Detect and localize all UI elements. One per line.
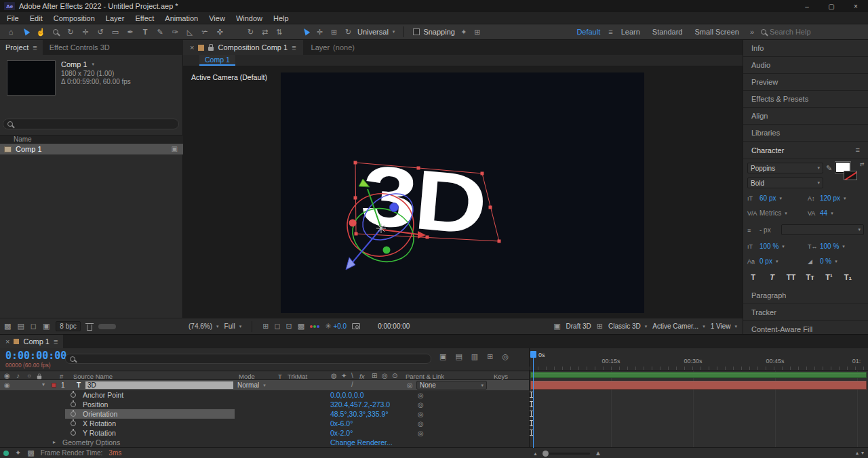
faux-bold-button[interactable]: T xyxy=(747,272,759,282)
panel-libraries[interactable]: Libraries xyxy=(743,125,868,142)
panel-align[interactable]: Align xyxy=(743,108,868,125)
frame-blending-icon[interactable]: ⊞ xyxy=(487,353,493,360)
view-layout-dropdown[interactable]: 1 View ▾ xyxy=(711,322,737,330)
preview-timecode[interactable]: 0:00:00:00 xyxy=(378,322,410,330)
property-value[interactable]: 320.4,457.2,-273.0 xyxy=(330,400,390,409)
subtab-comp1[interactable]: Comp 1 xyxy=(199,55,235,66)
stopwatch-icon[interactable] xyxy=(71,402,76,407)
swap-fill-stroke-icon[interactable]: ⇄ xyxy=(860,162,865,167)
tab-composition[interactable]: × Composition Comp 1 ≡ xyxy=(183,40,303,55)
kerning-control[interactable]: V/A Metrics ▾ xyxy=(747,209,787,217)
property-value[interactable]: 48.5°,30.3°,335.9° xyxy=(330,410,389,418)
baseline-shift-control[interactable]: Aa 0 px ▾ xyxy=(747,257,778,265)
snapshot-icon[interactable] xyxy=(352,323,360,329)
color-depth-button[interactable]: 8 bpc xyxy=(56,321,80,331)
scroll-up-icon[interactable]: ▴ xyxy=(856,451,859,456)
font-style-dropdown[interactable]: Bold ▾ xyxy=(747,178,823,188)
close-icon[interactable]: × xyxy=(190,44,194,51)
workspace-standard[interactable]: Standard xyxy=(648,28,687,36)
font-family-dropdown[interactable]: Poppins ▾ xyxy=(747,163,823,173)
stroke-style-dropdown[interactable]: ▾ xyxy=(781,224,864,235)
timeline-search-field[interactable] xyxy=(65,354,431,364)
frame-blend-column-icon[interactable]: ⊞ xyxy=(372,373,377,379)
panel-tracker[interactable]: Tracker xyxy=(743,304,868,321)
zoom-out-mountain-icon[interactable]: ▲ xyxy=(533,451,538,456)
comp-mini-flowchart-icon[interactable]: ▣ xyxy=(439,353,446,360)
selection-tool-icon[interactable] xyxy=(20,28,31,36)
transparency-grid-icon[interactable]: ▩ xyxy=(298,322,304,330)
project-search-field[interactable] xyxy=(3,119,179,129)
pan-behind-tool-icon[interactable]: ✛ xyxy=(80,28,91,36)
timeline-zoom-slider[interactable] xyxy=(542,453,590,455)
gizmo-move-icon[interactable]: ✛ xyxy=(315,28,325,36)
orbit-camera-tool-icon[interactable]: ↻ xyxy=(245,28,256,36)
ground-plane-icon[interactable]: ⊞ xyxy=(597,322,603,330)
orbit-tool-icon[interactable]: ↻ xyxy=(65,28,76,36)
timeline-tab-comp1[interactable]: × Comp 1 ≡ xyxy=(0,335,63,348)
grid-guides-icon[interactable]: ⊞ xyxy=(262,322,269,330)
workspace-menu-icon[interactable]: ≡ xyxy=(608,28,612,36)
composition-canvas[interactable]: 3D xyxy=(281,72,644,313)
snap-option-icon[interactable]: ✦ xyxy=(459,28,469,36)
panel-info[interactable]: Info xyxy=(743,40,868,57)
collapse-column-icon[interactable]: ✦ xyxy=(341,373,347,379)
panel-menu-icon[interactable]: ≡ xyxy=(33,44,37,51)
tab-project[interactable]: Project ≡ xyxy=(0,40,43,55)
item-view-icon[interactable]: ▩ xyxy=(4,322,11,330)
menu-edit[interactable]: Edit xyxy=(24,14,48,22)
t-column[interactable]: T xyxy=(278,373,282,380)
project-list-header[interactable]: Name xyxy=(0,135,183,144)
workspace-overflow-icon[interactable]: » xyxy=(747,28,757,36)
solo-icon[interactable]: ○ xyxy=(27,373,31,379)
panel-effects-presets[interactable]: Effects & Presets xyxy=(743,91,868,108)
subscript-button[interactable]: T₁ xyxy=(842,272,854,282)
twirl-closed-icon[interactable]: ▸ xyxy=(53,440,56,445)
camera-view-dropdown[interactable]: Active Camer... ▾ xyxy=(652,322,705,330)
minimize-button[interactable]: – xyxy=(795,0,819,12)
menu-window[interactable]: Window xyxy=(231,14,268,22)
gizmo-select-icon[interactable] xyxy=(300,28,311,36)
workspace-small-screen[interactable]: Small Screen xyxy=(690,28,743,36)
workspace-learn[interactable]: Learn xyxy=(617,28,644,36)
stopwatch-icon[interactable] xyxy=(71,430,76,436)
roto-brush-tool-icon[interactable]: ✃ xyxy=(199,28,210,36)
snapping-checkbox[interactable] xyxy=(413,28,420,35)
layer-name-editbox[interactable]: 3D xyxy=(85,381,233,389)
property-pickwhip-icon[interactable]: ◎ xyxy=(418,420,424,428)
name-column-header[interactable]: Name xyxy=(14,136,32,143)
parent-pickwhip-icon[interactable]: ◎ xyxy=(407,382,413,389)
all-caps-button[interactable]: TT xyxy=(785,272,797,282)
panel-paragraph[interactable]: Paragraph xyxy=(743,287,868,304)
faux-italic-button[interactable]: T xyxy=(766,272,778,282)
cache-status-icon[interactable]: ▩ xyxy=(27,449,34,457)
horizontal-scale-control[interactable]: T↔ 100 % ▾ xyxy=(808,243,845,250)
property-row-anchor-point[interactable]: Anchor Point 0.0,0.0,0.0 ◎ xyxy=(0,390,529,400)
current-time-display[interactable]: 0:00:00:00 xyxy=(5,350,66,362)
shy-column-icon[interactable]: ◍ xyxy=(331,373,337,379)
playhead-line[interactable] xyxy=(533,355,534,448)
menu-help[interactable]: Help xyxy=(268,14,294,22)
eyedropper-icon[interactable]: ✎ xyxy=(826,165,832,172)
home-icon[interactable]: ⌂ xyxy=(5,28,16,36)
property-pickwhip-icon[interactable]: ◎ xyxy=(418,430,424,437)
property-row-position[interactable]: Position 320.4,457.2,-273.0 ◎ xyxy=(0,400,529,409)
work-area-bar[interactable] xyxy=(530,372,867,378)
layer-row[interactable]: ◉ ▾ 1 T 3D Normal ▾ / ◎ None ▾ xyxy=(0,380,529,390)
lock-icon[interactable] xyxy=(37,376,41,379)
fast-previews-button[interactable]: Draft 3D xyxy=(566,322,591,330)
layer-quality-icon[interactable]: / xyxy=(351,381,353,388)
workspace-default[interactable]: Default xyxy=(572,28,604,36)
stopwatch-icon[interactable] xyxy=(71,421,76,426)
region-of-interest-icon[interactable]: ⊡ xyxy=(286,322,292,330)
group-row-geometry-options[interactable]: ▸ Geometry Options Change Renderer... xyxy=(0,438,529,447)
small-caps-button[interactable]: Tᴛ xyxy=(804,272,816,282)
parent-dropdown[interactable]: None ▾ xyxy=(416,381,487,390)
tab-layer[interactable]: Layer (none) xyxy=(303,43,363,51)
playhead-handle[interactable] xyxy=(530,351,536,358)
brush-tool-icon[interactable]: ✎ xyxy=(155,28,165,36)
magnification-dropdown[interactable]: (74.6%) ▾ xyxy=(189,322,219,330)
gizmo-rotate-icon[interactable]: ↻ xyxy=(343,28,353,36)
audio-icon[interactable]: ♪ xyxy=(16,373,20,379)
mask-visibility-icon[interactable]: ◻ xyxy=(274,322,280,330)
snapping-toggle[interactable]: Snapping xyxy=(413,28,455,36)
